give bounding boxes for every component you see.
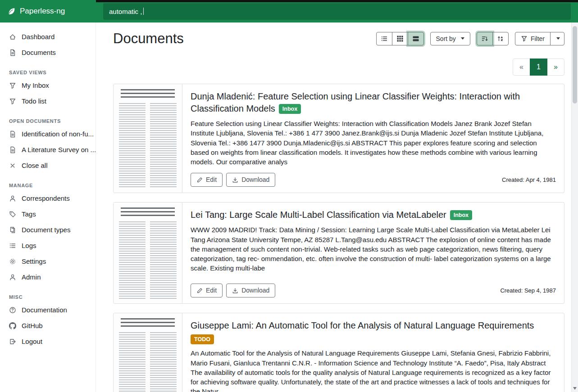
document-card: Giuseppe Lami: An Automatic Tool for the… bbox=[113, 313, 564, 392]
filter-caret-button[interactable] bbox=[550, 32, 564, 46]
app-name: Paperless-ng bbox=[20, 7, 65, 16]
sidebar-item-my-inbox[interactable]: My Inbox bbox=[0, 77, 96, 93]
document-card-body: Dunja Mladenić: Feature Selection using … bbox=[182, 84, 564, 193]
sidebar-item-label: Settings bbox=[22, 257, 46, 265]
detail-view-icon bbox=[412, 35, 419, 42]
scrollbar-thumb[interactable] bbox=[573, 26, 577, 104]
document-excerpt: WWW 2009 MADRID! Track: Data Mining / Se… bbox=[191, 225, 556, 273]
app-brand[interactable]: Paperless-ng bbox=[0, 0, 96, 23]
document-card: Dunja Mladenić: Feature Selection using … bbox=[113, 84, 564, 193]
scrollbar-track[interactable] bbox=[571, 23, 578, 392]
sidebar-item-label: Correspondents bbox=[22, 194, 70, 202]
filter-button[interactable]: Filter bbox=[515, 32, 551, 46]
sidebar-item-open-doc-1[interactable]: Identification of non-fu... bbox=[0, 126, 96, 142]
top-edge-strip bbox=[96, 0, 578, 2]
pencil-icon bbox=[196, 177, 203, 183]
edit-button[interactable]: Edit bbox=[191, 173, 223, 187]
sidebar-item-label: Admin bbox=[22, 273, 41, 281]
pagination-prev[interactable]: « bbox=[513, 59, 530, 76]
download-icon bbox=[232, 288, 238, 294]
pagination: « 1 » bbox=[113, 59, 564, 76]
file-icon bbox=[9, 146, 16, 153]
download-button[interactable]: Download bbox=[226, 173, 275, 187]
home-icon bbox=[9, 33, 16, 41]
file-icon bbox=[9, 131, 16, 138]
sort-by-button[interactable]: Sort by bbox=[430, 32, 470, 46]
logout-icon bbox=[9, 338, 16, 345]
sidebar-item-label: Identification of non-fu... bbox=[22, 130, 94, 138]
document-title-link[interactable]: Dunja Mladenić: Feature Selection using … bbox=[191, 91, 520, 113]
document-title-link[interactable]: Lei Tang: Large Scale Multi-Label Classi… bbox=[191, 210, 446, 220]
sidebar-item-open-doc-2[interactable]: A Literature Survey on ... bbox=[0, 142, 96, 158]
document-card-body: Lei Tang: Large Scale Multi-Label Classi… bbox=[182, 203, 564, 303]
tag-badge-inbox[interactable]: Inbox bbox=[450, 210, 472, 220]
edit-button[interactable]: Edit bbox=[191, 284, 223, 297]
pencil-icon bbox=[196, 288, 203, 294]
sidebar-item-label: Document types bbox=[22, 226, 70, 234]
question-circle-icon bbox=[9, 306, 16, 314]
sidebar-item-documentation[interactable]: Documentation bbox=[0, 302, 96, 318]
document-thumbnail[interactable] bbox=[114, 84, 182, 193]
sidebar-item-label: A Literature Survey on ... bbox=[22, 146, 96, 153]
sidebar-item-logs[interactable]: Logs bbox=[0, 238, 96, 253]
view-toggle-group bbox=[376, 32, 424, 45]
funnel-icon bbox=[9, 82, 16, 89]
page-title: Documents bbox=[113, 31, 184, 47]
leaf-logo-icon bbox=[7, 7, 16, 16]
document-thumbnail[interactable] bbox=[114, 313, 182, 392]
sidebar-item-correspondents[interactable]: Correspondents bbox=[0, 190, 96, 206]
sidebar-item-label: Documentation bbox=[22, 306, 67, 314]
sidebar-item-documents[interactable]: Documents bbox=[0, 45, 96, 60]
document-excerpt: An Automatic Tool for the Analysis of Na… bbox=[191, 348, 556, 392]
sidebar-item-github[interactable]: GitHub bbox=[0, 318, 96, 333]
sidebar-item-dashboard[interactable]: Dashboard bbox=[0, 29, 96, 45]
funnel-icon bbox=[521, 35, 528, 42]
document-card-footer: Edit Download Created: Apr 4, 1981 bbox=[191, 173, 556, 187]
document-actions: Edit Download bbox=[191, 284, 275, 297]
sort-descending-button[interactable] bbox=[477, 32, 493, 45]
tag-badge-todo[interactable]: TODO bbox=[191, 334, 214, 344]
sidebar-item-label: GitHub bbox=[22, 322, 43, 329]
global-search-input[interactable]: automatic , bbox=[103, 3, 571, 20]
document-title-link[interactable]: Giuseppe Lami: An Automatic Tool for the… bbox=[191, 320, 534, 330]
created-date: Created: Sep 4, 1987 bbox=[500, 287, 556, 294]
created-date: Created: Apr 4, 1981 bbox=[502, 176, 556, 183]
gear-icon bbox=[9, 258, 16, 265]
document-title-row: Giuseppe Lami: An Automatic Tool for the… bbox=[191, 320, 556, 344]
edit-label: Edit bbox=[206, 287, 217, 294]
sort-ascending-button[interactable] bbox=[492, 32, 509, 45]
close-icon bbox=[9, 162, 16, 169]
filter-label: Filter bbox=[531, 35, 545, 43]
admin-person-icon bbox=[9, 274, 16, 281]
text-cursor bbox=[143, 8, 144, 15]
document-thumbnail[interactable] bbox=[114, 203, 182, 303]
pagination-next[interactable]: » bbox=[547, 59, 564, 76]
document-title-row: Dunja Mladenić: Feature Selection using … bbox=[191, 90, 556, 115]
list-view-button[interactable] bbox=[376, 32, 392, 45]
documents-icon bbox=[9, 49, 16, 56]
pagination-page-1[interactable]: 1 bbox=[530, 59, 547, 76]
document-excerpt: Feature Selection using Linear Classifie… bbox=[191, 119, 556, 167]
grid-view-button[interactable] bbox=[392, 32, 408, 45]
sidebar-item-admin[interactable]: Admin bbox=[0, 269, 96, 285]
sidebar-item-label: Logs bbox=[22, 242, 36, 249]
sidebar-item-document-types[interactable]: Document types bbox=[0, 222, 96, 238]
sort-direction-group bbox=[477, 32, 509, 45]
main-content: Documents Sort by bbox=[96, 0, 571, 392]
search-area: automatic , bbox=[96, 0, 578, 23]
sidebar-item-todo-list[interactable]: Todo list bbox=[0, 93, 96, 109]
list-icon bbox=[9, 242, 16, 249]
sidebar-item-settings[interactable]: Settings bbox=[0, 253, 96, 269]
filter-group: Filter bbox=[515, 32, 564, 46]
sidebar-item-close-all[interactable]: Close all bbox=[0, 158, 96, 173]
sidebar-item-tags[interactable]: Tags bbox=[0, 206, 96, 222]
scrollbar-down-arrow-icon[interactable] bbox=[573, 387, 577, 390]
detail-view-button[interactable] bbox=[408, 32, 424, 45]
tag-icon bbox=[9, 211, 16, 218]
person-icon bbox=[9, 195, 16, 202]
view-sort-filter-controls: Sort by Filter bbox=[376, 32, 564, 46]
tag-badge-inbox[interactable]: Inbox bbox=[279, 104, 301, 114]
sidebar-item-logout[interactable]: Logout bbox=[0, 333, 96, 349]
download-button[interactable]: Download bbox=[226, 284, 275, 297]
sidebar-section-open-documents: OPEN DOCUMENTS bbox=[0, 118, 96, 126]
